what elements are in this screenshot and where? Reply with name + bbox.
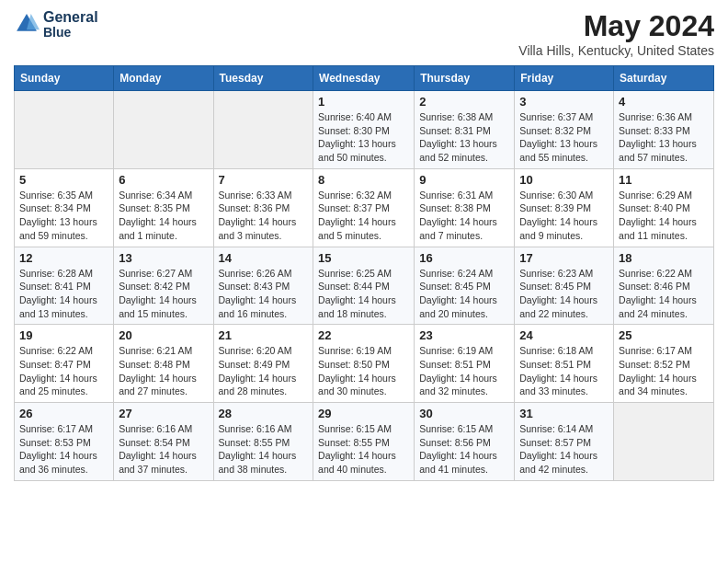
day-number: 20 — [119, 328, 208, 342]
col-header-monday: Monday — [114, 66, 213, 91]
day-info: Sunrise: 6:36 AM Sunset: 8:33 PM Dayligh… — [619, 110, 709, 165]
day-cell — [213, 91, 313, 169]
day-cell: 18Sunrise: 6:22 AM Sunset: 8:46 PM Dayli… — [614, 247, 714, 325]
day-info: Sunrise: 6:38 AM Sunset: 8:31 PM Dayligh… — [419, 110, 509, 165]
day-number: 24 — [519, 328, 609, 342]
day-info: Sunrise: 6:23 AM Sunset: 8:45 PM Dayligh… — [519, 267, 609, 321]
day-number: 18 — [619, 251, 709, 265]
week-row-2: 5Sunrise: 6:35 AM Sunset: 8:34 PM Daylig… — [15, 168, 714, 247]
day-cell: 4Sunrise: 6:36 AM Sunset: 8:33 PM Daylig… — [614, 91, 714, 169]
day-cell: 15Sunrise: 6:25 AM Sunset: 8:44 PM Dayli… — [313, 247, 415, 325]
logo-line2: Blue — [43, 26, 98, 40]
day-cell: 26Sunrise: 6:17 AM Sunset: 8:53 PM Dayli… — [15, 403, 114, 481]
main-title: May 2024 — [518, 9, 714, 43]
day-info: Sunrise: 6:29 AM Sunset: 8:40 PM Dayligh… — [619, 189, 709, 243]
day-cell: 27Sunrise: 6:16 AM Sunset: 8:54 PM Dayli… — [114, 403, 213, 481]
day-info: Sunrise: 6:32 AM Sunset: 8:37 PM Dayligh… — [318, 189, 409, 243]
day-number: 5 — [19, 173, 108, 187]
col-header-friday: Friday — [515, 66, 614, 91]
day-number: 11 — [619, 173, 709, 187]
day-info: Sunrise: 6:17 AM Sunset: 8:52 PM Dayligh… — [619, 344, 709, 398]
day-number: 29 — [318, 407, 409, 420]
day-cell: 20Sunrise: 6:21 AM Sunset: 8:48 PM Dayli… — [114, 325, 213, 403]
day-number: 26 — [19, 407, 108, 420]
day-cell: 3Sunrise: 6:37 AM Sunset: 8:32 PM Daylig… — [515, 91, 614, 169]
day-info: Sunrise: 6:15 AM Sunset: 8:55 PM Dayligh… — [318, 422, 409, 477]
day-cell: 14Sunrise: 6:26 AM Sunset: 8:43 PM Dayli… — [213, 247, 313, 325]
logo: General Blue — [14, 9, 98, 40]
day-info: Sunrise: 6:26 AM Sunset: 8:43 PM Dayligh… — [219, 267, 309, 321]
day-number: 21 — [219, 328, 309, 342]
week-row-5: 26Sunrise: 6:17 AM Sunset: 8:53 PM Dayli… — [15, 403, 714, 481]
day-number: 15 — [318, 251, 409, 265]
day-info: Sunrise: 6:18 AM Sunset: 8:51 PM Dayligh… — [519, 344, 609, 398]
day-cell: 23Sunrise: 6:19 AM Sunset: 8:51 PM Dayli… — [415, 325, 515, 403]
subtitle: Villa Hills, Kentucky, United States — [518, 43, 714, 58]
day-number: 2 — [419, 95, 509, 109]
day-cell: 5Sunrise: 6:35 AM Sunset: 8:34 PM Daylig… — [15, 168, 114, 247]
day-number: 22 — [318, 328, 409, 342]
day-cell: 22Sunrise: 6:19 AM Sunset: 8:50 PM Dayli… — [313, 325, 415, 403]
day-cell: 30Sunrise: 6:15 AM Sunset: 8:56 PM Dayli… — [415, 403, 515, 481]
day-cell: 12Sunrise: 6:28 AM Sunset: 8:41 PM Dayli… — [15, 247, 114, 325]
day-cell: 21Sunrise: 6:20 AM Sunset: 8:49 PM Dayli… — [213, 325, 313, 403]
day-info: Sunrise: 6:21 AM Sunset: 8:48 PM Dayligh… — [119, 344, 208, 398]
day-info: Sunrise: 6:25 AM Sunset: 8:44 PM Dayligh… — [318, 267, 409, 321]
day-info: Sunrise: 6:17 AM Sunset: 8:53 PM Dayligh… — [19, 422, 108, 477]
day-cell: 1Sunrise: 6:40 AM Sunset: 8:30 PM Daylig… — [313, 91, 415, 169]
day-info: Sunrise: 6:16 AM Sunset: 8:55 PM Dayligh… — [219, 422, 309, 477]
day-number: 1 — [318, 95, 409, 109]
day-info: Sunrise: 6:33 AM Sunset: 8:36 PM Dayligh… — [219, 189, 309, 243]
day-info: Sunrise: 6:19 AM Sunset: 8:50 PM Dayligh… — [318, 344, 409, 398]
day-cell: 10Sunrise: 6:30 AM Sunset: 8:39 PM Dayli… — [515, 168, 614, 247]
day-number: 28 — [219, 407, 309, 420]
day-number: 23 — [419, 328, 509, 342]
day-cell — [114, 91, 213, 169]
week-row-3: 12Sunrise: 6:28 AM Sunset: 8:41 PM Dayli… — [15, 247, 714, 325]
day-cell: 13Sunrise: 6:27 AM Sunset: 8:42 PM Dayli… — [114, 247, 213, 325]
day-number: 16 — [419, 251, 509, 265]
day-number: 27 — [119, 407, 208, 420]
day-info: Sunrise: 6:19 AM Sunset: 8:51 PM Dayligh… — [419, 344, 509, 398]
day-cell: 16Sunrise: 6:24 AM Sunset: 8:45 PM Dayli… — [415, 247, 515, 325]
day-cell: 6Sunrise: 6:34 AM Sunset: 8:35 PM Daylig… — [114, 168, 213, 247]
day-number: 7 — [219, 173, 309, 187]
day-info: Sunrise: 6:22 AM Sunset: 8:46 PM Dayligh… — [619, 267, 709, 321]
day-info: Sunrise: 6:31 AM Sunset: 8:38 PM Dayligh… — [419, 189, 509, 243]
day-info: Sunrise: 6:24 AM Sunset: 8:45 PM Dayligh… — [419, 267, 509, 321]
logo-line1: General — [43, 9, 98, 26]
day-cell — [614, 403, 714, 481]
calendar-table: SundayMondayTuesdayWednesdayThursdayFrid… — [14, 65, 714, 481]
logo-text: General Blue — [43, 9, 98, 40]
col-header-thursday: Thursday — [415, 66, 515, 91]
day-cell: 31Sunrise: 6:14 AM Sunset: 8:57 PM Dayli… — [515, 403, 614, 481]
col-header-tuesday: Tuesday — [213, 66, 313, 91]
day-cell: 2Sunrise: 6:38 AM Sunset: 8:31 PM Daylig… — [415, 91, 515, 169]
col-header-saturday: Saturday — [614, 66, 714, 91]
day-info: Sunrise: 6:20 AM Sunset: 8:49 PM Dayligh… — [219, 344, 309, 398]
day-info: Sunrise: 6:30 AM Sunset: 8:39 PM Dayligh… — [519, 189, 609, 243]
day-info: Sunrise: 6:40 AM Sunset: 8:30 PM Dayligh… — [318, 110, 409, 165]
day-number: 17 — [519, 251, 609, 265]
day-cell: 29Sunrise: 6:15 AM Sunset: 8:55 PM Dayli… — [313, 403, 415, 481]
day-info: Sunrise: 6:16 AM Sunset: 8:54 PM Dayligh… — [119, 422, 208, 477]
week-row-4: 19Sunrise: 6:22 AM Sunset: 8:47 PM Dayli… — [15, 325, 714, 403]
day-info: Sunrise: 6:37 AM Sunset: 8:32 PM Dayligh… — [519, 110, 609, 165]
day-info: Sunrise: 6:14 AM Sunset: 8:57 PM Dayligh… — [519, 422, 609, 477]
day-info: Sunrise: 6:34 AM Sunset: 8:35 PM Dayligh… — [119, 189, 208, 243]
day-number: 4 — [619, 95, 709, 109]
day-number: 25 — [619, 328, 709, 342]
day-cell: 25Sunrise: 6:17 AM Sunset: 8:52 PM Dayli… — [614, 325, 714, 403]
week-row-1: 1Sunrise: 6:40 AM Sunset: 8:30 PM Daylig… — [15, 91, 714, 169]
day-number: 12 — [19, 251, 108, 265]
day-cell: 19Sunrise: 6:22 AM Sunset: 8:47 PM Dayli… — [15, 325, 114, 403]
col-header-sunday: Sunday — [15, 66, 114, 91]
day-info: Sunrise: 6:22 AM Sunset: 8:47 PM Dayligh… — [19, 344, 108, 398]
day-info: Sunrise: 6:27 AM Sunset: 8:42 PM Dayligh… — [119, 267, 208, 321]
day-info: Sunrise: 6:35 AM Sunset: 8:34 PM Dayligh… — [19, 189, 108, 243]
day-info: Sunrise: 6:28 AM Sunset: 8:41 PM Dayligh… — [19, 267, 108, 321]
title-block: May 2024 Villa Hills, Kentucky, United S… — [518, 9, 714, 58]
logo-icon — [14, 11, 40, 37]
day-number: 13 — [119, 251, 208, 265]
day-number: 14 — [219, 251, 309, 265]
